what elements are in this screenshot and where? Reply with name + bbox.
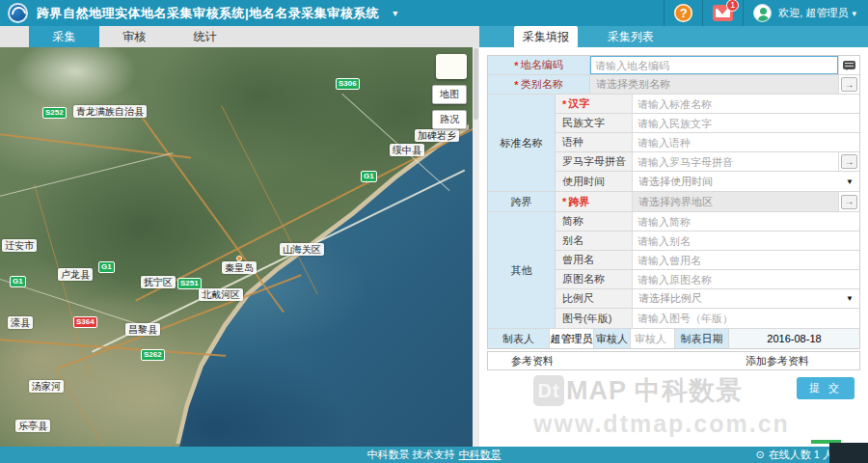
sheet-number-input[interactable] bbox=[633, 309, 859, 328]
chevron-down-icon: ▼ bbox=[846, 294, 854, 303]
road-line bbox=[55, 368, 132, 447]
chevron-down-icon[interactable]: ▾ bbox=[852, 9, 856, 18]
map-place-label: 汤家河 bbox=[29, 380, 64, 393]
standard-name-input[interactable] bbox=[633, 95, 859, 113]
tab-collect-form[interactable]: 采集填报 bbox=[514, 26, 578, 47]
short-name-input[interactable] bbox=[633, 212, 859, 231]
row-cross-border: * 跨界 请选择跨界地区 → bbox=[556, 192, 859, 211]
row-scale: 比例尺 请选择比例尺 ▼ bbox=[556, 289, 859, 309]
top-bar-actions: ? 1 欢迎, 超管理员 ▾ bbox=[654, 0, 868, 26]
submit-row: 提 交 bbox=[487, 377, 854, 399]
collect-form: * 地名编码 * 类别名称 请选择类别名称 → bbox=[487, 55, 860, 349]
row-ethnic-script: 民族文字 bbox=[556, 114, 859, 133]
alias-input[interactable] bbox=[633, 232, 859, 250]
former-name-input[interactable] bbox=[633, 251, 859, 269]
group-cross-border: 跨界 * 跨界 请选择跨界地区 → bbox=[488, 192, 859, 212]
row-usage-time: 使用时间 请选择使用时间 ▼ bbox=[556, 172, 859, 191]
scrollbar-thumb[interactable] bbox=[474, 48, 478, 120]
road-line bbox=[0, 152, 174, 198]
map-place-label: 卢龙县 bbox=[58, 268, 93, 281]
map-type-button[interactable]: 地图 bbox=[432, 85, 467, 104]
field-label: * 类别名称 bbox=[488, 75, 590, 94]
map-traffic-button[interactable]: 路况 bbox=[432, 110, 467, 129]
help-icon[interactable]: ? bbox=[674, 4, 692, 22]
field-label: 语种 bbox=[556, 133, 633, 151]
road-badge: G1 bbox=[98, 261, 115, 273]
road-badge: S251 bbox=[177, 278, 202, 289]
map-place-label: 青龙满族自治县 bbox=[73, 105, 147, 118]
field-label: 别名 bbox=[556, 232, 633, 250]
road-badge: S252 bbox=[42, 107, 67, 119]
pinyin-picker-button[interactable]: → bbox=[841, 154, 857, 169]
required-mark: * bbox=[514, 60, 518, 71]
row-meta: 制表人 超管理员 审核人 制表日期 2016-08-18 bbox=[488, 329, 859, 348]
road-badge: S306 bbox=[336, 78, 360, 90]
date-label: 制表日期 bbox=[675, 329, 729, 348]
chevron-down-icon[interactable]: ▾ bbox=[393, 8, 397, 18]
cross-border-field[interactable]: 请选择跨界地区 bbox=[633, 192, 838, 211]
reference-row: 参考资料 添加参考资料 bbox=[487, 351, 860, 370]
map-canvas[interactable]: 青龙满族自治县加碑岩乡绥中县山海关区秦皇岛北戴河区抚宁区卢龙县迁安市滦县昌黎县汤… bbox=[0, 47, 473, 447]
tab-collect-list[interactable]: 采集列表 bbox=[599, 26, 663, 47]
field-label: 罗马字母拼音 bbox=[556, 152, 633, 171]
map-place-label: 绥中县 bbox=[390, 144, 424, 156]
category-name-field[interactable]: 请选择类别名称 bbox=[590, 75, 838, 94]
cross-border-picker-button[interactable]: → bbox=[841, 195, 857, 209]
usage-time-select[interactable]: 请选择使用时间 ▼ bbox=[633, 172, 859, 191]
message-icon[interactable]: 1 bbox=[713, 5, 733, 21]
map-controls: 地图 路况 bbox=[432, 54, 467, 129]
online-icon: ⊙ bbox=[756, 449, 765, 461]
group-label: 跨界 bbox=[488, 192, 556, 211]
map-place-label: 抚宁区 bbox=[141, 276, 176, 288]
row-sheet-number: 图号(年版) bbox=[556, 309, 859, 328]
row-alias: 别名 bbox=[556, 232, 859, 251]
ethnic-script-input[interactable] bbox=[633, 114, 859, 132]
submit-button[interactable]: 提 交 bbox=[797, 377, 854, 399]
road-badge: G1 bbox=[361, 171, 377, 182]
road-badge: G1 bbox=[10, 276, 26, 287]
field-label: 图号(年版) bbox=[556, 309, 633, 328]
map-marker-dot bbox=[236, 256, 242, 261]
group-standard-name: 标准名称 * 汉字 民族文字 bbox=[488, 95, 859, 192]
field-label: 简称 bbox=[556, 212, 633, 231]
auditor-input[interactable] bbox=[631, 333, 674, 344]
map-overview-box[interactable] bbox=[436, 54, 467, 79]
tab-statistics[interactable]: 统计 bbox=[170, 26, 240, 47]
support-link[interactable]: 中科数景 bbox=[459, 448, 502, 462]
user-menu[interactable]: 欢迎, 超管理员 bbox=[778, 6, 848, 20]
language-input[interactable] bbox=[633, 133, 859, 151]
road-badge: S364 bbox=[73, 316, 97, 328]
keyboard-icon[interactable] bbox=[843, 61, 855, 69]
road-badge: S262 bbox=[141, 349, 165, 361]
add-reference-link[interactable]: 添加参考资料 bbox=[746, 354, 809, 368]
tab-review[interactable]: 审核 bbox=[99, 26, 170, 47]
map-place-label: 昌黎县 bbox=[125, 323, 160, 336]
map-place-label: 秦皇岛 bbox=[222, 261, 257, 274]
screen-artifact bbox=[829, 443, 868, 463]
road-line bbox=[34, 184, 91, 379]
main-nav: 采集 审核 统计 bbox=[0, 26, 479, 47]
tab-collect[interactable]: 采集 bbox=[29, 26, 99, 47]
avatar bbox=[753, 4, 772, 22]
reference-label: 参考资料 bbox=[511, 354, 554, 368]
group-label: 其他 bbox=[488, 212, 556, 328]
original-map-name-input[interactable] bbox=[633, 270, 859, 288]
field-label: * 汉字 bbox=[556, 95, 633, 113]
top-bar: 跨界自然地理实体地名采集审核系统|地名名录采集审核系统 ▾ ? 1 欢迎, 超管… bbox=[0, 0, 868, 26]
category-picker-button[interactable]: → bbox=[841, 77, 857, 92]
row-hanzi: * 汉字 bbox=[556, 95, 859, 114]
field-label: 比例尺 bbox=[556, 289, 633, 308]
footer-support: 中科数景 技术支持 中科数景 bbox=[0, 447, 868, 463]
place-code-input[interactable] bbox=[590, 56, 838, 74]
form-panel: Dt MAP 中科数景 www.dtmap.com.cn * 地名编码 bbox=[479, 47, 868, 447]
scale-select[interactable]: 请选择比例尺 ▼ bbox=[633, 289, 859, 308]
field-label: 曾用名 bbox=[556, 251, 633, 269]
map-place-label: 乐亭县 bbox=[15, 420, 50, 432]
row-category-name: * 类别名称 请选择类别名称 → bbox=[488, 75, 859, 95]
scrollbar[interactable] bbox=[473, 47, 479, 447]
map-place-label: 滦县 bbox=[8, 316, 33, 329]
divider bbox=[702, 0, 703, 26]
pinyin-input[interactable] bbox=[633, 152, 838, 171]
auditor-label: 审核人 bbox=[594, 329, 631, 348]
online-count: ⊙ 在线人数 1 人 bbox=[756, 447, 833, 463]
